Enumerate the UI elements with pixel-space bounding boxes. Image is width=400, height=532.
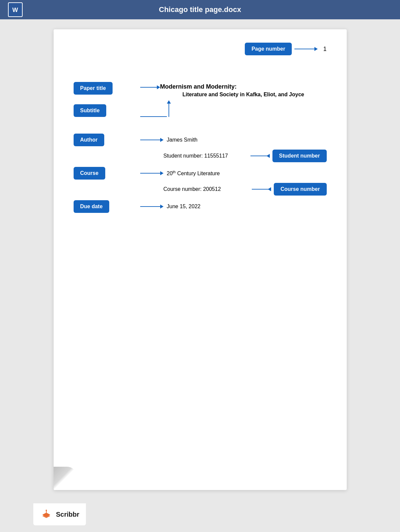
word-icon: W xyxy=(8,2,23,17)
student-number-badge[interactable]: Student number xyxy=(272,150,327,162)
course-arrow xyxy=(140,171,164,175)
footer: Scribbr xyxy=(0,503,400,532)
course-number-row: Course number: 200512 Course number xyxy=(140,183,327,196)
subtitle-arrow xyxy=(140,100,171,117)
paper-title-content: Modernism and Modernity: Literature and … xyxy=(160,82,327,98)
scribbr-brand-name: Scribbr xyxy=(56,511,79,518)
author-row: Author James Smith xyxy=(74,134,327,146)
page-number-arrow xyxy=(294,47,318,51)
app-title: Chicago title page.docx xyxy=(159,5,241,14)
course-value: 20th Century Literature xyxy=(167,170,220,177)
page-number-section: Page number 1 xyxy=(74,43,327,55)
course-badge[interactable]: Course xyxy=(74,167,105,180)
due-date-value: June 15, 2022 xyxy=(167,204,200,210)
subtitle-badge[interactable]: Subtitle xyxy=(74,104,107,117)
scribbr-logo-icon xyxy=(40,508,53,521)
student-number-arrow xyxy=(250,154,270,158)
page-number-value: 1 xyxy=(323,46,326,53)
subtitle-row: Subtitle xyxy=(74,100,327,117)
svg-text:W: W xyxy=(12,7,18,13)
lower-section: Author James Smith Student number: 11555… xyxy=(74,134,327,213)
due-date-row: Due date June 15, 2022 xyxy=(74,200,327,213)
paper-title-arrow xyxy=(140,82,160,89)
course-row: Course 20th Century Literature xyxy=(74,167,327,180)
title-section: Paper title Modernism and Modernity: Lit… xyxy=(74,82,327,117)
main-area: Page number 1 Paper title Modernism and … xyxy=(0,19,400,503)
due-date-badge[interactable]: Due date xyxy=(74,200,110,213)
author-value: James Smith xyxy=(167,137,198,143)
svg-point-3 xyxy=(46,510,47,511)
author-badge[interactable]: Author xyxy=(74,134,104,146)
course-number-badge[interactable]: Course number xyxy=(274,183,326,196)
page-curl xyxy=(54,467,77,490)
document-paper: Page number 1 Paper title Modernism and … xyxy=(54,29,347,490)
paper-title-sub: Literature and Society in Kafka, Eliot, … xyxy=(160,92,327,98)
student-number-text: Student number: 11555117 xyxy=(164,153,250,159)
due-date-arrow xyxy=(140,205,164,209)
paper-title-row: Paper title Modernism and Modernity: Lit… xyxy=(74,82,327,98)
paper-title-main: Modernism and Modernity: xyxy=(160,83,327,90)
student-number-row: Student number: 11555117 Student number xyxy=(140,150,327,162)
course-number-text: Course number: 200512 xyxy=(164,186,252,192)
app-header: W Chicago title page.docx xyxy=(0,0,400,19)
author-arrow xyxy=(140,138,164,142)
page-number-badge[interactable]: Page number xyxy=(245,43,292,55)
paper-title-badge-col: Paper title xyxy=(74,82,140,95)
course-number-arrow xyxy=(252,187,271,191)
paper-title-badge[interactable]: Paper title xyxy=(74,82,113,95)
